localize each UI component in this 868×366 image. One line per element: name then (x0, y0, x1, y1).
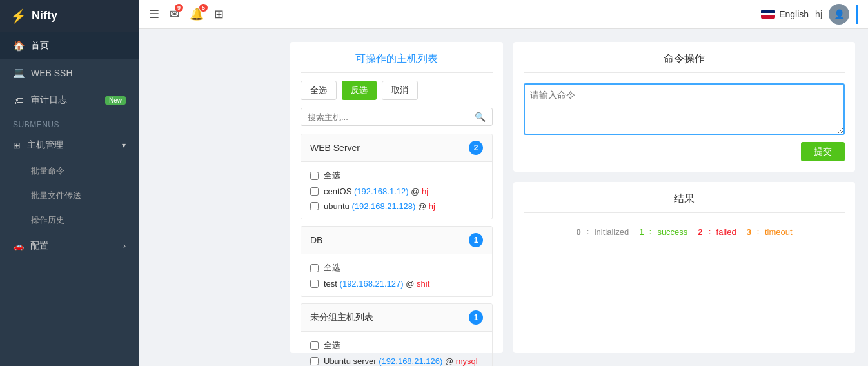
checkbox-ubuntu[interactable] (310, 202, 319, 210)
result-legend: 0 ： initialized 1 ： success 2 ： failed 3… (524, 221, 845, 243)
sidebar-item-audit[interactable]: 🏷 审计日志 New (0, 86, 139, 114)
host-list-btn-row: 全选 反选 取消 (301, 81, 493, 100)
legend-label-success: success (657, 227, 687, 237)
search-input[interactable] (308, 112, 475, 122)
group-db: DB 1 全选 test (192.168.21.127) @ shit (301, 226, 493, 297)
submenus-label: Submenus (0, 114, 139, 132)
sidebar: ⚡ Nifty 🏠 首页 💻 WEB SSH 🏷 审计日志 New Submen… (0, 0, 139, 366)
sidebar-nav: 🏠 首页 💻 WEB SSH 🏷 审计日志 New Submenus ⊞ 主机管… (0, 32, 139, 366)
tag-icon: 🏷 (13, 95, 25, 106)
checkbox-test[interactable] (310, 280, 319, 288)
legend-sep-3: ： (754, 226, 762, 238)
bell-icon[interactable]: 🔔 5 (190, 7, 204, 21)
legend-num-0: 0 (576, 227, 580, 237)
command-submit-row: 提交 (524, 142, 845, 161)
legend-num-1: 1 (639, 227, 644, 237)
legend-timeout: 3 ： timeout (747, 226, 793, 238)
select-all-ungrouped-label: 全选 (324, 340, 340, 351)
language-selector[interactable]: English (761, 9, 809, 19)
sidebar-group-host-mgmt-header[interactable]: ⊞ 主机管理 ▾ (0, 132, 139, 159)
config-label: 配置 (30, 240, 48, 252)
mail-icon[interactable]: ✉ 9 (170, 7, 179, 21)
sidebar-item-audit-label: 审计日志 (31, 94, 67, 106)
host-item-select-all-db: 全选 (310, 259, 483, 276)
bell-badge: 5 (199, 4, 208, 12)
topbar-divider (856, 5, 858, 24)
sidebar-item-bulk-transfer[interactable]: 批量文件传送 (0, 183, 139, 208)
logo-icon: ⚡ (10, 8, 26, 24)
ubuntu-server-label: Ubuntu server (192.168.21.126) @ mysql (324, 356, 478, 366)
cancel-button[interactable]: 取消 (382, 81, 418, 100)
ubuntu-label: ubuntu (192.168.21.128) @ hj (324, 201, 435, 211)
host-item-ubuntu: ubuntu (192.168.21.128) @ hj (310, 199, 483, 214)
checkbox-centos[interactable] (310, 187, 319, 196)
legend-sep-1: ： (646, 226, 655, 238)
submit-button[interactable]: 提交 (801, 142, 845, 161)
legend-failed: 2 ： failed (698, 226, 736, 238)
username-label: hj (815, 9, 822, 19)
apps-icon[interactable]: ⊞ (214, 7, 224, 21)
host-item-test: test (192.168.21.127) @ shit (310, 276, 483, 291)
legend-label-timeout: timeout (765, 227, 793, 237)
flag-icon (761, 10, 775, 19)
checkbox-select-all-web[interactable] (310, 172, 319, 180)
legend-sep-0: ： (584, 226, 592, 238)
sidebar-item-webssh[interactable]: 💻 WEB SSH (0, 59, 139, 86)
select-all-db-label: 全选 (324, 262, 340, 274)
terminal-icon: 💻 (13, 67, 25, 79)
legend-label-initialized: initialized (595, 227, 629, 237)
menu-icon[interactable]: ☰ (149, 7, 159, 21)
legend-label-failed: failed (716, 227, 736, 237)
group-ungrouped-body: 全选 Ubuntu server (192.168.21.126) @ mysq… (301, 332, 492, 366)
chevron-down-icon: ▾ (122, 141, 126, 150)
group-db-header: DB 1 (301, 227, 492, 254)
chevron-right-icon: › (123, 241, 126, 250)
group-web-server-count: 2 (469, 141, 483, 155)
app-name: Nifty (32, 9, 57, 23)
group-ungrouped-count: 1 (469, 310, 483, 325)
legend-initialized: 0 ： initialized (576, 226, 629, 238)
result-panel-title: 结果 (524, 192, 845, 213)
invert-button[interactable]: 反选 (342, 81, 377, 100)
topbar-right: English hj 👤 (761, 4, 858, 25)
sidebar-item-op-history[interactable]: 操作历史 (0, 208, 139, 232)
group-web-server-header: WEB Server 2 (301, 134, 492, 162)
host-list-title: 可操作的主机列表 (301, 52, 493, 73)
checkbox-select-all-ungrouped[interactable] (310, 341, 319, 350)
sidebar-group-config-header[interactable]: 🚗 配置 › (0, 232, 139, 259)
legend-success: 1 ： success (639, 226, 687, 238)
logo: ⚡ Nifty (0, 0, 139, 32)
command-input[interactable] (524, 83, 845, 135)
car-icon: 🚗 (13, 241, 24, 251)
checkbox-select-all-db[interactable] (310, 264, 319, 272)
sidebar-group-config: 🚗 配置 › (0, 232, 139, 259)
group-web-server-name: WEB Server (310, 143, 469, 153)
host-item-ubuntu-server: Ubuntu server (192.168.21.126) @ mysql (310, 354, 483, 366)
audit-new-badge: New (105, 96, 126, 105)
group-ungrouped: 未分组主机列表 1 全选 Ubuntu server (192.168.21.1… (301, 303, 493, 366)
host-item-select-all-web: 全选 (310, 167, 483, 184)
legend-num-3: 3 (747, 227, 751, 237)
command-panel: 命令操作 提交 (513, 42, 855, 172)
sidebar-item-bulk-cmd[interactable]: 批量命令 (0, 159, 139, 183)
sidebar-item-op-history-label: 操作历史 (31, 214, 64, 226)
host-list-panel: 可操作的主机列表 全选 反选 取消 🔍 WEB Server 2 全选 (290, 42, 503, 353)
test-label: test (192.168.21.127) @ shit (324, 279, 429, 289)
search-box: 🔍 (301, 108, 493, 126)
command-panel-title: 命令操作 (524, 52, 845, 73)
grid-icon: ⊞ (13, 140, 21, 150)
host-item-select-all-ungrouped: 全选 (310, 337, 483, 354)
checkbox-ubuntu-server[interactable] (310, 357, 319, 365)
right-panels: 命令操作 提交 结果 0 ： initialized 1 ： success (513, 42, 855, 353)
result-panel: 结果 0 ： initialized 1 ： success 2 ： faile… (513, 182, 855, 353)
group-web-server-body: 全选 centOS (192.168.1.12) @ hj ubuntu (19… (301, 162, 492, 219)
language-label: English (779, 9, 809, 19)
topbar-left: ☰ ✉ 9 🔔 5 ⊞ (149, 7, 224, 21)
sidebar-item-home[interactable]: 🏠 首页 (0, 32, 139, 59)
centos-label: centOS (192.168.1.12) @ hj (324, 187, 428, 196)
main-content: 可操作的主机列表 全选 反选 取消 🔍 WEB Server 2 全选 (277, 29, 868, 366)
group-db-body: 全选 test (192.168.21.127) @ shit (301, 254, 492, 296)
group-ungrouped-name: 未分组主机列表 (310, 312, 469, 323)
select-all-button[interactable]: 全选 (301, 81, 337, 100)
avatar[interactable]: 👤 (829, 4, 849, 25)
